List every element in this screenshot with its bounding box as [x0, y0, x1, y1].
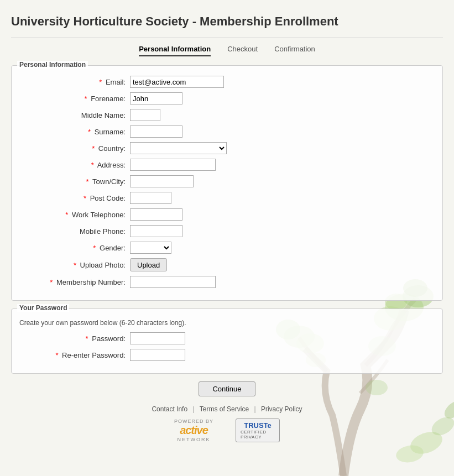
address-label: * Address: [19, 161, 130, 169]
active-word: active [180, 424, 208, 436]
membership-number-row: * Membership Number: [19, 276, 435, 288]
work-telephone-input[interactable] [130, 208, 182, 221]
upload-photo-required: * [74, 261, 76, 269]
surname-required: * [88, 128, 91, 136]
surname-input[interactable] [130, 125, 182, 138]
password-description: Create your own password below (6-20 cha… [19, 319, 435, 327]
town-input[interactable] [130, 175, 194, 187]
tab-confirmation[interactable]: Confirmation [274, 45, 315, 56]
country-label: * Country: [19, 144, 130, 153]
footer-logos: POWERED BY active NETWORK TRUSTe CERTIFI… [11, 419, 443, 442]
email-label: * Email: [19, 78, 130, 86]
postcode-row: * Post Code: [19, 192, 435, 204]
password-section: Your Password Create your own password b… [11, 308, 443, 374]
country-required: * [92, 144, 95, 153]
password-section-legend: Your Password [17, 304, 69, 312]
password-input[interactable] [130, 332, 185, 344]
address-row: * Address: [19, 159, 435, 171]
email-required: * [99, 78, 102, 86]
mobile-phone-input[interactable] [130, 225, 182, 237]
gender-select[interactable]: Male Female [130, 242, 171, 254]
password-fields: Create your own password below (6-20 cha… [19, 319, 435, 361]
work-telephone-row: * Work Telephone: [19, 208, 435, 221]
mobile-phone-label: Mobile Phone: [19, 227, 130, 236]
postcode-input[interactable] [130, 192, 171, 204]
truste-certified-text: CERTIFIED PRIVACY [241, 430, 275, 440]
footer-sep-1: | [192, 405, 194, 413]
town-label: * Town/City: [19, 177, 130, 186]
continue-button[interactable]: Continue [199, 381, 255, 396]
postcode-label: * Post Code: [19, 194, 130, 202]
truste-logo-text: TRUSTe [244, 421, 272, 430]
town-required: * [86, 177, 89, 186]
content-area: University Horticulture Society - Member… [0, 0, 454, 462]
upload-photo-button[interactable]: Upload [130, 258, 167, 271]
work-telephone-required: * [65, 211, 68, 219]
reenter-password-row: * Re-enter Password: [19, 349, 435, 361]
town-row: * Town/City: [19, 175, 435, 187]
gender-required: * [93, 244, 96, 252]
footer-sep-2: | [254, 405, 255, 413]
footer-links: Contact Info | Terms of Service | Privac… [11, 405, 443, 413]
truste-badge: TRUSTe CERTIFIED PRIVACY [236, 419, 280, 442]
address-required: * [91, 161, 94, 169]
password-row: * Password: [19, 332, 435, 344]
middle-name-input[interactable] [130, 109, 160, 121]
personal-info-section: Personal Information * Email: * Forename… [11, 65, 443, 301]
password-required: * [86, 334, 88, 343]
postcode-required: * [84, 194, 86, 202]
mobile-phone-row: Mobile Phone: [19, 225, 435, 237]
upload-photo-label: * Upload Photo: [19, 261, 130, 269]
middle-name-label: Middle Name: [19, 111, 130, 119]
country-row: * Country: [19, 142, 435, 154]
contact-info-link[interactable]: Contact Info [152, 405, 187, 413]
reenter-password-label: * Re-enter Password: [19, 351, 130, 359]
privacy-policy-link[interactable]: Privacy Policy [261, 405, 302, 413]
membership-number-required: * [50, 278, 53, 286]
reenter-password-input[interactable] [130, 349, 185, 361]
page-wrapper: University Horticulture Society - Member… [0, 0, 454, 476]
forename-required: * [84, 95, 87, 103]
work-telephone-label: * Work Telephone: [19, 211, 130, 219]
tab-bar: Personal Information Checkout Confirmati… [11, 38, 443, 56]
country-select[interactable] [130, 142, 227, 154]
upload-photo-row: * Upload Photo: Upload [19, 258, 435, 271]
membership-number-label: * Membership Number: [19, 278, 130, 286]
email-row: * Email: [19, 76, 435, 88]
surname-row: * Surname: [19, 125, 435, 138]
gender-row: * Gender: Male Female [19, 242, 435, 254]
surname-label: * Surname: [19, 128, 130, 136]
active-logo-text: active [180, 424, 208, 437]
personal-info-legend: Personal Information [17, 61, 88, 69]
powered-by-text: POWERED BY [174, 419, 213, 424]
terms-of-service-link[interactable]: Terms of Service [200, 405, 249, 413]
middle-name-row: Middle Name: [19, 109, 435, 121]
password-label: * Password: [19, 334, 130, 343]
forename-label: * Forename: [19, 95, 130, 103]
email-input[interactable] [130, 76, 224, 88]
reenter-password-required: * [55, 351, 58, 359]
gender-label: * Gender: [19, 244, 130, 252]
membership-number-input[interactable] [130, 276, 216, 288]
personal-info-fields: * Email: * Forename: Middle Na [19, 76, 435, 288]
forename-input[interactable] [130, 92, 182, 104]
tab-checkout[interactable]: Checkout [227, 45, 258, 56]
forename-row: * Forename: [19, 92, 435, 104]
active-network-logo: POWERED BY active NETWORK [174, 419, 213, 442]
page-title: University Horticulture Society - Member… [11, 9, 443, 38]
address-input[interactable] [130, 159, 216, 171]
network-label: NETWORK [177, 437, 210, 442]
tab-personal-information[interactable]: Personal Information [139, 45, 211, 56]
